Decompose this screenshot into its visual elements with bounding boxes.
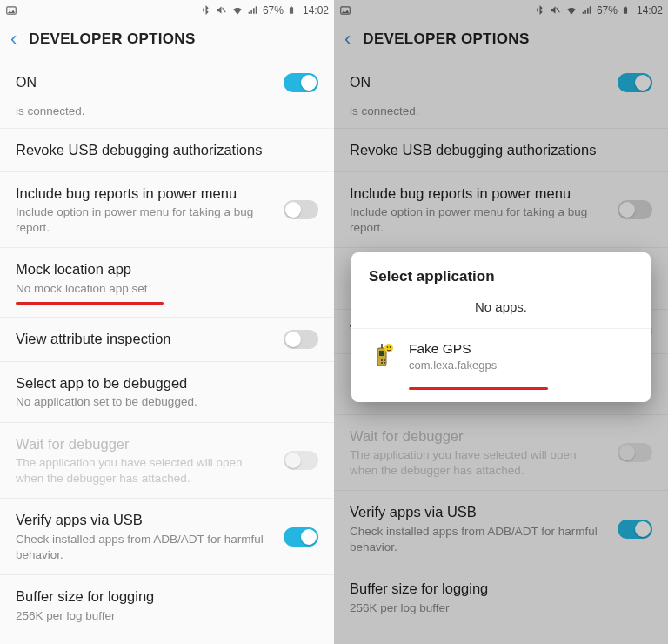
svg-rect-11 [379, 351, 384, 356]
row-buffer-size[interactable]: Buffer size for logging 256K per log buf… [0, 575, 334, 635]
svg-rect-4 [291, 6, 292, 7]
master-toggle[interactable] [284, 73, 318, 92]
dialog-app-package: com.lexa.fakegps [409, 359, 633, 372]
master-toggle-row[interactable]: ON [0, 57, 334, 104]
dialog-app-item[interactable]: Fake GPS com.lexa.fakegps [351, 328, 651, 384]
svg-point-18 [387, 346, 389, 348]
svg-line-2 [223, 8, 226, 12]
svg-point-12 [381, 359, 383, 361]
svg-point-15 [384, 362, 385, 364]
status-bar: 67% 14:02 [0, 0, 334, 21]
wifi-icon [231, 4, 244, 17]
row-revoke-usb-auth[interactable]: Revoke USB debugging authorizations [0, 129, 334, 172]
annotation-underline [409, 387, 548, 390]
image-icon [5, 4, 17, 17]
settings-list: Revoke USB debugging authorizations Incl… [0, 129, 334, 635]
svg-point-19 [390, 346, 391, 348]
row-mock-location-app[interactable]: Mock location app No mock location app s… [0, 248, 334, 317]
dialog-app-name: Fake GPS [409, 341, 633, 357]
signal-icon [247, 4, 259, 17]
screenshot-left: 67% 14:02 ‹ DEVELOPER OPTIONS ON is conn… [0, 0, 334, 644]
svg-point-1 [9, 10, 10, 11]
annotation-underline [16, 302, 164, 305]
master-toggle-label: ON [16, 75, 37, 91]
svg-point-17 [384, 344, 393, 352]
toggle-wait-debugger [284, 451, 318, 470]
svg-rect-3 [290, 7, 293, 14]
mute-icon [216, 4, 228, 17]
battery-icon [287, 4, 299, 17]
svg-point-14 [381, 362, 383, 364]
toggle-attribute-inspection[interactable] [284, 330, 318, 349]
row-verify-apps-usb[interactable]: Verify apps via USB Check installed apps… [0, 499, 334, 575]
dialog-title: Select application [351, 252, 651, 289]
back-icon[interactable]: ‹ [10, 30, 17, 49]
row-bugreport-powermenu[interactable]: Include bug reports in power menu Includ… [0, 172, 334, 249]
select-application-dialog: Select application No apps. Fake GPS com… [351, 252, 651, 402]
page-title: DEVELOPER OPTIONS [29, 30, 195, 48]
app-icon-fakegps [369, 343, 397, 371]
screenshot-right: 67% 14:02 ‹ DEVELOPER OPTIONS ON is conn… [334, 0, 668, 644]
bluetooth-icon [200, 4, 212, 17]
dialog-no-apps: No apps. [351, 289, 651, 328]
title-bar: ‹ DEVELOPER OPTIONS [0, 21, 334, 57]
toggle-bugreport[interactable] [284, 200, 318, 219]
clock-time: 14:02 [303, 4, 329, 17]
svg-point-13 [384, 359, 385, 361]
toggle-verify-usb[interactable] [284, 527, 318, 547]
row-select-debug-app[interactable]: Select app to be debugged No application… [0, 362, 334, 423]
battery-percent: 67% [263, 4, 284, 17]
truncated-subtitle: is connected. [0, 104, 334, 129]
row-wait-for-debugger: Wait for debugger The application you ha… [0, 423, 334, 500]
row-view-attribute-inspection[interactable]: View attribute inspection [0, 318, 334, 362]
